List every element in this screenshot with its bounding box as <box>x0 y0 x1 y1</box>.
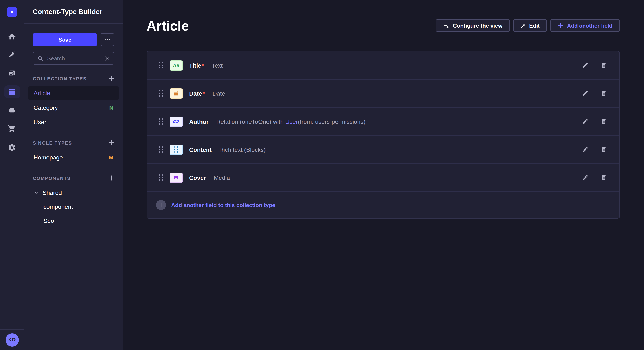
edit-button[interactable]: Edit <box>513 19 547 32</box>
status-badge-new: N <box>109 104 113 111</box>
configure-view-button[interactable]: Configure the view <box>436 19 510 32</box>
ellipsis-icon <box>105 39 106 40</box>
add-field-footer-button[interactable]: Add another field to this collection typ… <box>147 192 619 218</box>
delete-field-button[interactable] <box>599 173 608 182</box>
search-icon <box>38 55 43 61</box>
blocks-field-icon <box>170 144 183 155</box>
drag-handle-icon[interactable] <box>159 118 163 125</box>
drag-handle-icon[interactable] <box>159 146 163 153</box>
delete-field-button[interactable] <box>599 145 608 154</box>
nav-marketplace-cart-icon[interactable] <box>0 120 24 138</box>
search-input[interactable] <box>46 55 101 62</box>
nav-content-type-builder-icon[interactable] <box>0 83 24 101</box>
edit-field-button[interactable] <box>580 145 590 154</box>
more-actions-button[interactable] <box>100 33 114 46</box>
nav-rail: KD <box>0 0 24 350</box>
active-nav-highlight <box>4 86 20 98</box>
nav-content-manager-icon[interactable] <box>0 46 24 64</box>
rail-footer: KD <box>0 329 24 350</box>
field-type: Text <box>212 62 222 69</box>
rail-nav <box>0 24 24 157</box>
field-row-content[interactable]: Content Rich text (Blocks) <box>147 136 619 164</box>
edit-field-button[interactable] <box>580 61 590 70</box>
field-row-title[interactable]: Aa Title* Text <box>147 51 619 80</box>
delete-field-button[interactable] <box>599 61 608 70</box>
chevron-down-icon <box>34 190 39 195</box>
component-group-shared[interactable]: Shared <box>28 186 119 199</box>
drag-handle-icon[interactable] <box>159 90 163 97</box>
sidebar-header: Content-Type Builder <box>24 0 123 24</box>
field-name: Date* <box>189 90 205 97</box>
plugin-sidebar: Content-Type Builder Save <box>24 0 123 350</box>
field-name: Cover <box>189 174 206 181</box>
add-another-field-button[interactable]: Add another field <box>550 19 620 32</box>
edit-field-button[interactable] <box>580 89 590 98</box>
pencil-icon <box>520 23 526 28</box>
text-field-icon: Aa <box>170 60 183 70</box>
field-type: Relation (oneToOne) with User(from: user… <box>216 118 366 125</box>
main-content: Article Configure the view Edit <box>123 0 644 350</box>
strapi-logo <box>7 7 17 17</box>
section-label-components: COMPONENTS <box>33 175 71 180</box>
add-field-footer-label: Add another field to this collection typ… <box>171 202 275 208</box>
field-name: Content <box>189 146 212 153</box>
edit-field-button[interactable] <box>580 173 590 182</box>
status-badge-modified: M <box>108 154 113 161</box>
add-component-button[interactable] <box>108 175 114 181</box>
content-type-builder-app: KD Content-Type Builder Save <box>0 0 644 350</box>
relation-field-icon <box>170 116 183 127</box>
add-collection-type-button[interactable] <box>108 76 114 81</box>
nav-home-icon[interactable] <box>0 27 24 46</box>
header-toolbar: Configure the view Edit Add another fiel… <box>436 19 620 32</box>
plugin-title: Content-Type Builder <box>33 8 102 15</box>
date-field-icon <box>170 88 183 98</box>
field-row-cover[interactable]: Cover Media <box>147 164 619 192</box>
field-row-date[interactable]: Date* Date <box>147 80 619 108</box>
required-mark: * <box>202 90 205 97</box>
plus-circle-icon <box>156 200 166 210</box>
sidebar-item-homepage[interactable]: Homepage M <box>28 151 119 164</box>
page-title: Article <box>146 18 189 34</box>
nav-settings-gear-icon[interactable] <box>0 138 24 157</box>
drag-handle-icon[interactable] <box>159 174 163 181</box>
clear-search-icon[interactable] <box>105 56 110 61</box>
sidebar-item-article[interactable]: Article <box>28 86 119 100</box>
drag-handle-icon[interactable] <box>159 62 163 68</box>
sidebar-item-category[interactable]: Category N <box>28 101 119 114</box>
configure-view-icon <box>443 22 450 29</box>
plus-icon <box>558 22 564 28</box>
delete-field-button[interactable] <box>599 117 608 126</box>
field-type: Media <box>214 174 230 181</box>
rail-header <box>0 0 24 24</box>
add-single-type-button[interactable] <box>108 140 114 146</box>
section-label-single-types: SINGLE TYPES <box>33 140 72 145</box>
nav-media-library-icon[interactable] <box>0 64 24 83</box>
nav-deploy-cloud-icon[interactable] <box>0 101 24 120</box>
required-mark: * <box>202 62 204 69</box>
field-name: Author <box>189 118 209 125</box>
delete-field-button[interactable] <box>599 89 608 98</box>
user-avatar[interactable]: KD <box>5 333 18 347</box>
field-type: Rich text (Blocks) <box>219 146 266 153</box>
search-box <box>33 52 114 65</box>
save-button[interactable]: Save <box>33 33 97 46</box>
edit-field-button[interactable] <box>580 117 590 126</box>
sidebar-item-component[interactable]: component <box>28 199 119 213</box>
field-name: Title* <box>189 62 204 69</box>
field-type: Date <box>212 90 225 97</box>
relation-target-link: User <box>285 118 298 125</box>
section-label-collection-types: COLLECTION TYPES <box>33 76 87 81</box>
sidebar-item-user[interactable]: User <box>28 115 119 129</box>
sidebar-item-seo[interactable]: Seo <box>28 213 119 227</box>
media-field-icon <box>170 173 183 183</box>
field-row-author[interactable]: Author Relation (oneToOne) with User(fro… <box>147 108 619 136</box>
fields-table: Aa Title* Text <box>146 51 620 219</box>
